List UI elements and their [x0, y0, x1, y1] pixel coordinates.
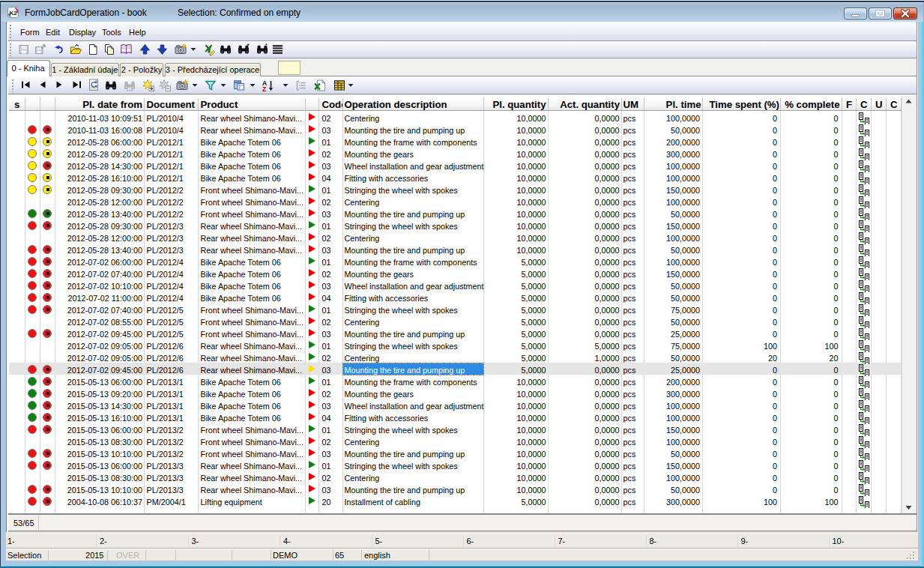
svg-text:Z: Z [262, 85, 266, 92]
svg-text:K2: K2 [10, 10, 18, 16]
